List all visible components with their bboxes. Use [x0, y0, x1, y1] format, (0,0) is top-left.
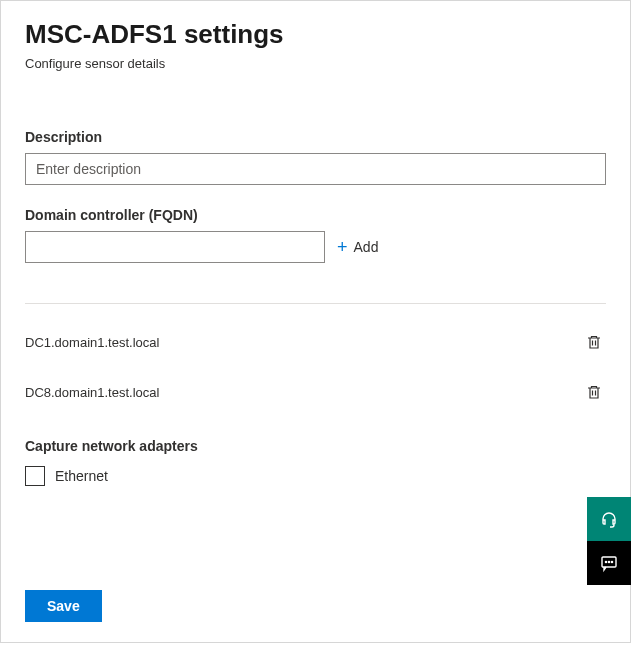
headset-icon	[599, 509, 619, 529]
domain-controller-field-group: Domain controller (FQDN) + Add	[25, 207, 606, 263]
support-button[interactable]	[587, 497, 631, 541]
domain-controller-input[interactable]	[25, 231, 325, 263]
page-title: MSC-ADFS1 settings	[25, 19, 606, 50]
trash-icon	[586, 384, 602, 400]
description-field-group: Description	[25, 129, 606, 185]
feedback-button[interactable]	[587, 541, 631, 585]
delete-button[interactable]	[582, 330, 606, 354]
add-button[interactable]: + Add	[337, 238, 378, 256]
description-label: Description	[25, 129, 606, 145]
trash-icon	[586, 334, 602, 350]
feedback-icon	[599, 553, 619, 573]
adapter-label: Ethernet	[55, 468, 108, 484]
plus-icon: +	[337, 238, 348, 256]
svg-point-2	[608, 561, 609, 562]
add-button-label: Add	[354, 239, 379, 255]
save-button[interactable]: Save	[25, 590, 102, 622]
floating-actions	[587, 497, 631, 585]
list-item: DC1.domain1.test.local	[25, 322, 606, 362]
delete-button[interactable]	[582, 380, 606, 404]
svg-point-3	[611, 561, 612, 562]
adapters-field-group: Capture network adapters Ethernet	[25, 438, 606, 486]
list-item: DC8.domain1.test.local	[25, 372, 606, 412]
divider	[25, 303, 606, 304]
adapters-label: Capture network adapters	[25, 438, 606, 454]
settings-panel: MSC-ADFS1 settings Configure sensor deta…	[0, 0, 631, 643]
adapter-item: Ethernet	[25, 466, 606, 486]
page-subtitle: Configure sensor details	[25, 56, 606, 71]
dc-name: DC1.domain1.test.local	[25, 335, 159, 350]
ethernet-checkbox[interactable]	[25, 466, 45, 486]
svg-point-1	[605, 561, 606, 562]
domain-controller-label: Domain controller (FQDN)	[25, 207, 606, 223]
dc-list: DC1.domain1.test.local DC8.domain1.test.…	[25, 322, 606, 412]
description-input[interactable]	[25, 153, 606, 185]
dc-name: DC8.domain1.test.local	[25, 385, 159, 400]
